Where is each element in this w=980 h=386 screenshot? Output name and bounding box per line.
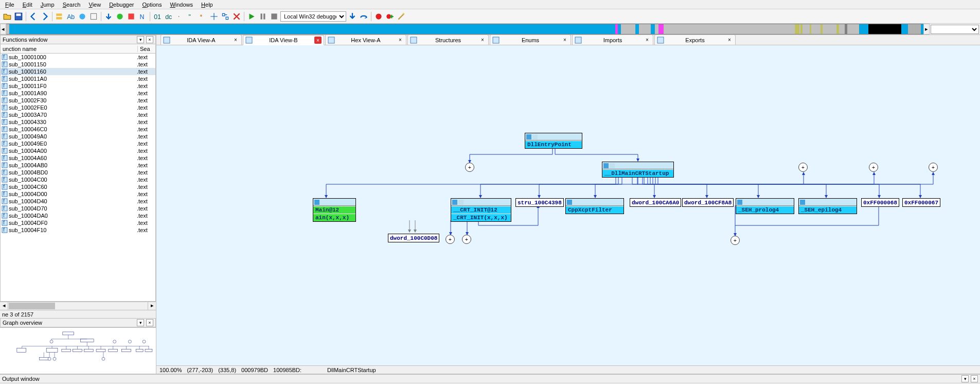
- tab-ida-view-b[interactable]: IDA View-B×: [243, 35, 324, 45]
- function-row[interactable]: fsub_10004F10.text: [1, 226, 155, 234]
- convert-icon-4[interactable]: ": [186, 11, 197, 22]
- col-function-name[interactable]: unction name: [1, 46, 138, 52]
- tab-ida-view-a[interactable]: IDA View-A×: [161, 34, 242, 45]
- node-seh-prolog[interactable]: _SEH_prolog4: [736, 198, 794, 214]
- collapsed-node[interactable]: +: [929, 163, 938, 172]
- function-row[interactable]: fsub_10004DA0.text: [1, 212, 155, 219]
- collapsed-node[interactable]: +: [798, 163, 808, 172]
- graph-overview-canvas[interactable]: [0, 327, 156, 374]
- node-stru[interactable]: stru_100C4398: [515, 198, 564, 207]
- collapsed-node[interactable]: +: [465, 163, 474, 172]
- tab-close-icon[interactable]: ×: [726, 37, 733, 44]
- menu-edit[interactable]: Edit: [19, 1, 37, 8]
- collapsed-node[interactable]: +: [462, 235, 471, 244]
- function-row[interactable]: fsub_10001160.text: [1, 68, 155, 75]
- function-row[interactable]: fsub_100046C0.text: [1, 126, 155, 133]
- collapsed-node[interactable]: +: [869, 163, 878, 172]
- node-main012[interactable]: Main@12 ain(x,x,x): [313, 198, 356, 222]
- convert-icon-1[interactable]: 01: [152, 11, 163, 22]
- navband-dropdown[interactable]: [931, 25, 979, 34]
- convert-icon-6[interactable]: [209, 11, 219, 22]
- menu-debugger[interactable]: Debugger: [105, 1, 138, 8]
- gov-close-icon[interactable]: ×: [146, 319, 153, 326]
- function-row[interactable]: fsub_10004AB0.text: [1, 162, 155, 169]
- node-crtinit[interactable]: __CRT_INIT@12 _CRT_INIT(x,x,x): [451, 198, 511, 222]
- function-row[interactable]: fsub_100011F0.text: [1, 82, 155, 90]
- function-row[interactable]: fsub_10001150.text: [1, 61, 155, 68]
- function-row[interactable]: fsub_10004A60.text: [1, 154, 155, 162]
- navband-left-icon[interactable]: ◂: [0, 24, 6, 34]
- bp-add-icon[interactable]: [385, 11, 395, 22]
- node-cppxcptfilter[interactable]: CppXcptFilter: [565, 198, 624, 214]
- tab-close-icon[interactable]: ×: [561, 37, 568, 44]
- convert-icon-5[interactable]: *: [198, 11, 208, 22]
- functions-columns[interactable]: unction name Sea: [0, 44, 156, 54]
- col-segment[interactable]: Sea: [138, 46, 155, 52]
- convert-icon-2[interactable]: dc: [164, 11, 174, 22]
- functions-list[interactable]: fsub_10001000.textfsub_10001150.textfsub…: [0, 54, 156, 302]
- function-row[interactable]: fsub_10004A00.text: [1, 147, 155, 154]
- node-dword-0d08[interactable]: dword_100C0D08: [388, 234, 439, 242]
- tab-close-icon[interactable]: ×: [397, 37, 404, 44]
- function-row[interactable]: fsub_100049E0.text: [1, 140, 155, 147]
- output-menu-icon[interactable]: ▾: [961, 375, 969, 382]
- gov-menu-icon[interactable]: ▾: [137, 319, 144, 326]
- tab-close-icon[interactable]: ×: [314, 37, 322, 44]
- output-close-icon[interactable]: ×: [971, 375, 978, 382]
- tool-icon-4[interactable]: [126, 11, 136, 22]
- navband-canvas[interactable]: [6, 24, 923, 34]
- function-row[interactable]: fsub_10002FE0.text: [1, 104, 155, 111]
- debugger-select[interactable]: Local Win32 debugger: [280, 11, 346, 22]
- node-dword-a6a0[interactable]: dword_100CA6A0: [630, 198, 681, 207]
- node-seh-epilog[interactable]: _SEH_epilog4: [798, 198, 857, 214]
- step-over-icon[interactable]: [359, 11, 369, 22]
- menu-search[interactable]: Search: [59, 1, 85, 8]
- text-search-icon[interactable]: Ab: [66, 11, 76, 22]
- panel-close-icon[interactable]: ×: [146, 36, 153, 43]
- tab-hex-view-a[interactable]: Hex View-A×: [325, 34, 406, 45]
- tab-imports[interactable]: Imports×: [572, 34, 653, 45]
- forward-icon[interactable]: [40, 11, 50, 22]
- open-icon[interactable]: [2, 11, 12, 22]
- function-row[interactable]: fsub_10003A70.text: [1, 111, 155, 118]
- pause-icon[interactable]: [258, 11, 268, 22]
- tab-close-icon[interactable]: ×: [644, 37, 651, 44]
- wand-icon[interactable]: [396, 11, 406, 22]
- function-row[interactable]: fsub_10002F30.text: [1, 97, 155, 104]
- node-ff000067[interactable]: 0xFF000067: [902, 198, 940, 207]
- node-dllmaincrtstartup[interactable]: __DllMainCRTStartup: [602, 162, 674, 178]
- function-row[interactable]: fsub_100011A0.text: [1, 75, 155, 82]
- function-row[interactable]: fsub_10004D40.text: [1, 198, 155, 205]
- tab-enums[interactable]: Enums×: [490, 34, 571, 45]
- function-row[interactable]: fsub_10004330.text: [1, 118, 155, 126]
- back-icon[interactable]: [28, 11, 39, 22]
- menu-view[interactable]: View: [85, 1, 105, 8]
- collapsed-node[interactable]: +: [730, 236, 740, 245]
- save-icon[interactable]: [13, 11, 24, 22]
- menu-help[interactable]: Help: [197, 1, 217, 8]
- run-icon[interactable]: [246, 11, 257, 22]
- flow-icon[interactable]: [220, 11, 230, 22]
- graph-view[interactable]: DllEntryPoint __DllMainCRTStartup Main@1…: [156, 45, 980, 365]
- function-row[interactable]: fsub_10001A90.text: [1, 90, 155, 97]
- functions-hscroll[interactable]: ◂ ▸: [0, 302, 156, 310]
- tab-close-icon[interactable]: ×: [479, 37, 486, 44]
- node-dword-f8a8[interactable]: dword_100CF8A8: [682, 198, 734, 207]
- tab-close-icon[interactable]: ×: [232, 37, 239, 44]
- bin-search-icon[interactable]: [55, 11, 65, 22]
- collapsed-node[interactable]: +: [446, 235, 455, 244]
- tool-icon-3[interactable]: [115, 11, 125, 22]
- menu-file[interactable]: File: [1, 1, 19, 8]
- node-ff000068[interactable]: 0xFF000068: [861, 198, 899, 207]
- function-row[interactable]: fsub_10004C00.text: [1, 176, 155, 183]
- function-row[interactable]: fsub_100049A0.text: [1, 133, 155, 140]
- function-row[interactable]: fsub_10004BD0.text: [1, 169, 155, 176]
- tool-icon-2[interactable]: [88, 11, 99, 22]
- function-row[interactable]: fsub_10001000.text: [1, 54, 155, 61]
- tab-structures[interactable]: Structures×: [407, 34, 489, 45]
- function-row[interactable]: fsub_10004D00.text: [1, 190, 155, 198]
- tab-exports[interactable]: Exports×: [654, 34, 736, 45]
- navband-right-icon[interactable]: ▸: [923, 24, 930, 34]
- function-row[interactable]: fsub_10004DF0.text: [1, 219, 155, 226]
- tool-icon-n[interactable]: N: [137, 11, 148, 22]
